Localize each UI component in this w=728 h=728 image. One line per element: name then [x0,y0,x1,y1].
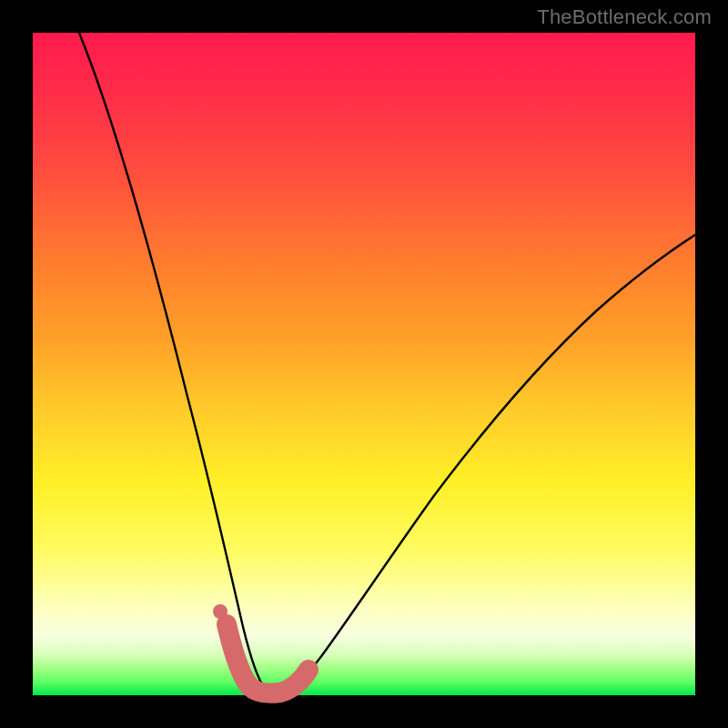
bottleneck-curve [79,33,695,693]
chart-svg [33,33,695,695]
chart-frame: TheBottleneck.com [0,0,728,728]
marker-band [227,624,308,693]
watermark-text: TheBottleneck.com [537,5,712,29]
marker-dot [213,604,228,619]
